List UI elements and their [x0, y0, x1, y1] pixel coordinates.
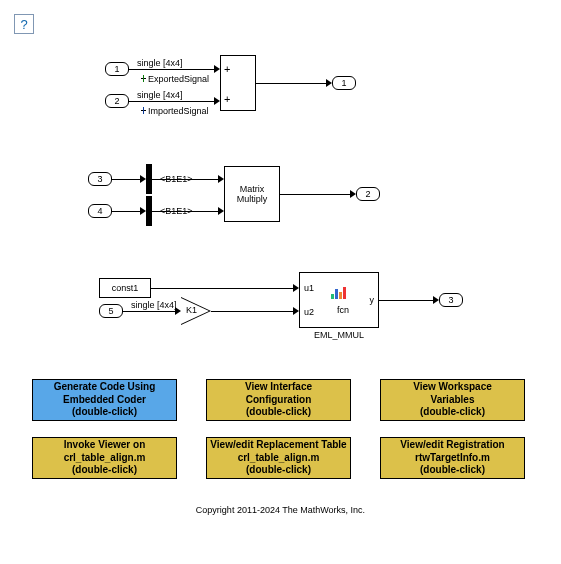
wire — [129, 69, 216, 70]
annot-text: View Interface Configuration (double-cli… — [245, 381, 312, 419]
constant-block[interactable]: const1 — [99, 278, 151, 298]
signal-dtype-1: single [4x4] — [137, 58, 183, 68]
matlab-function-block[interactable]: u1 u2 y fcn — [299, 272, 379, 328]
outport-2[interactable]: 2 — [356, 187, 380, 201]
signal-name-imported: ImportedSignal — [148, 106, 209, 116]
inport-1[interactable]: 1 — [105, 62, 129, 76]
wire — [151, 288, 295, 289]
annot-view-workspace[interactable]: View Workspace Variables (double-click) — [380, 379, 525, 421]
copyright: Copyright 2011-2024 The MathWorks, Inc. — [0, 505, 561, 515]
gain-label: K1 — [186, 305, 197, 315]
signal-name-exported: ExportedSignal — [148, 74, 209, 84]
annot-edit-crl[interactable]: View/edit Replacement Table crl_table_al… — [206, 437, 351, 479]
eml-block-name: EML_MMUL — [299, 330, 379, 340]
wire — [123, 311, 177, 312]
sum-op-2: + — [224, 94, 230, 105]
wire — [379, 300, 435, 301]
wire — [280, 194, 352, 195]
inport-2[interactable]: 2 — [105, 94, 129, 108]
annot-text: Generate Code Using Embedded Coder (doub… — [54, 381, 156, 419]
inport-3[interactable]: 3 — [88, 172, 112, 186]
outport-1[interactable]: 1 — [332, 76, 356, 90]
matlab-icon — [331, 287, 349, 299]
eml-port-y: y — [370, 295, 375, 305]
annot-view-interface[interactable]: View Interface Configuration (double-cli… — [206, 379, 351, 421]
wire — [211, 311, 295, 312]
sum-block[interactable]: + + — [220, 55, 256, 111]
matrix-multiply-block[interactable]: Matrix Multiply — [224, 166, 280, 222]
eml-fcn-label: fcn — [333, 305, 353, 315]
annot-invoke-viewer[interactable]: Invoke Viewer on crl_table_align.m (doub… — [32, 437, 177, 479]
annot-text: Invoke Viewer on crl_table_align.m (doub… — [64, 439, 146, 477]
annot-text: View/edit Registration rtwTargetInfo.m (… — [400, 439, 504, 477]
wire — [112, 179, 142, 180]
annot-edit-registration[interactable]: View/edit Registration rtwTargetInfo.m (… — [380, 437, 525, 479]
annot-generate-code[interactable]: Generate Code Using Embedded Coder (doub… — [32, 379, 177, 421]
eml-port-u2: u2 — [304, 307, 314, 317]
signal-dtype-5: single [4x4] — [131, 300, 177, 310]
inport-4[interactable]: 4 — [88, 204, 112, 218]
wire — [112, 211, 142, 212]
wire — [152, 179, 220, 180]
signal-storage-imp — [141, 106, 146, 115]
eml-port-u1: u1 — [304, 283, 314, 293]
signal-storage-exp — [141, 74, 146, 83]
wire — [129, 101, 216, 102]
annot-text: View Workspace Variables (double-click) — [413, 381, 492, 419]
annot-text: View/edit Replacement Table crl_table_al… — [210, 439, 346, 477]
wire — [152, 211, 220, 212]
outport-3[interactable]: 3 — [439, 293, 463, 307]
help-block[interactable]: ? — [14, 14, 34, 34]
inport-5[interactable]: 5 — [99, 304, 123, 318]
gain-block[interactable]: K1 — [181, 297, 211, 325]
signal-dtype-2: single [4x4] — [137, 90, 183, 100]
wire — [256, 83, 328, 84]
sum-op-1: + — [224, 64, 230, 75]
